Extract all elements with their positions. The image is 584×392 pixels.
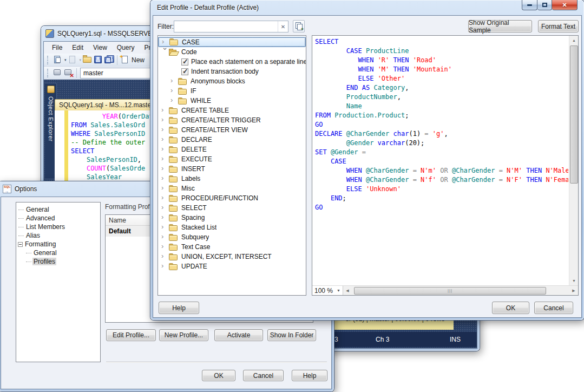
- options-tree-item-list-members[interactable]: List Members: [16, 223, 100, 231]
- expand-arrow-icon[interactable]: ›: [170, 87, 178, 94]
- tree-item-execute[interactable]: ›EXECUTE: [158, 154, 306, 164]
- tree-item-while[interactable]: ›WHILE: [158, 96, 306, 106]
- new-profile-button[interactable]: New Profile...: [159, 329, 208, 341]
- tree-item-union-except-intersect[interactable]: ›UNION, EXCEPT, INTERSECT: [158, 252, 306, 262]
- save-all-icon[interactable]: [104, 55, 114, 64]
- tree-item-create-alter-trigger[interactable]: ›CREATE/ALTER TRIGGER: [158, 115, 306, 125]
- tree-item-code[interactable]: ›Code: [158, 47, 306, 57]
- chevron-down-icon[interactable]: ▾: [64, 58, 67, 62]
- collapse-arrow-icon[interactable]: ›: [161, 48, 169, 55]
- toolbar-grip[interactable]: [47, 56, 49, 64]
- database-combo[interactable]: master: [80, 68, 150, 79]
- scroll-up-icon[interactable]: ▲: [569, 36, 579, 45]
- collapse-minus-icon[interactable]: [18, 242, 23, 247]
- scroll-left-icon[interactable]: ◀: [343, 286, 352, 296]
- menu-view[interactable]: View: [88, 42, 112, 54]
- expand-arrow-icon[interactable]: ›: [161, 145, 169, 153]
- expand-arrow-icon[interactable]: ›: [161, 262, 169, 270]
- tree-item-create-table[interactable]: ›CREATE TABLE: [158, 106, 306, 115]
- tree-item-spacing[interactable]: ›Spacing: [158, 213, 306, 223]
- tree-item-labels[interactable]: ›Labels: [158, 174, 306, 184]
- tree-item-indent-transaction-body[interactable]: Indent transaction body: [158, 67, 306, 76]
- options-tree-item-general[interactable]: General: [16, 205, 100, 214]
- tree-item-misc[interactable]: ›Misc: [158, 184, 306, 193]
- expand-arrow-icon[interactable]: ›: [161, 233, 169, 240]
- tree-item-case[interactable]: ›CASE: [158, 37, 306, 47]
- zoom-level-combo[interactable]: 100 % ▼: [312, 286, 343, 296]
- cancel-button[interactable]: Cancel: [534, 302, 573, 314]
- tree-item-insert[interactable]: ›INSERT: [158, 164, 306, 174]
- tree-item-select[interactable]: ›SELECT: [158, 203, 306, 213]
- ok-button[interactable]: OK: [492, 302, 529, 314]
- menu-edit[interactable]: Edit: [67, 42, 88, 54]
- tree-item-subquery[interactable]: ›Subquery: [158, 232, 306, 242]
- horizontal-scrollbar[interactable]: |||: [352, 286, 569, 296]
- show-original-sample-button[interactable]: Show Original Sample: [468, 20, 532, 32]
- expand-arrow-icon[interactable]: ›: [161, 165, 169, 172]
- expand-arrow-icon[interactable]: ›: [161, 252, 169, 260]
- expand-arrow-icon[interactable]: ›: [161, 106, 169, 114]
- minimize-button[interactable]: [522, 0, 537, 10]
- tree-item-stacked-list[interactable]: ›Stacked List: [158, 223, 306, 232]
- horizontal-scroll-thumb[interactable]: |||: [354, 287, 546, 295]
- tree-item-place-each-statement-on-a-separate-line[interactable]: Place each statement on a separate line: [158, 57, 306, 67]
- menu-file[interactable]: File: [47, 42, 67, 54]
- new-query-icon[interactable]: ✦: [121, 55, 130, 64]
- edit-profile-titlebar[interactable]: Edit Profile - Default Profile (Active): [150, 0, 584, 15]
- edit-profile-button[interactable]: Edit Profile...: [106, 329, 156, 341]
- connect-icon[interactable]: [53, 68, 62, 77]
- expand-arrow-icon[interactable]: ›: [161, 184, 169, 192]
- tree-item-create-alter-view[interactable]: ›CREATE/ALTER VIEW: [158, 125, 306, 135]
- expand-arrow-icon[interactable]: ›: [161, 243, 169, 250]
- tree-item-update[interactable]: ›UPDATE: [158, 262, 306, 271]
- expand-arrow-icon[interactable]: ›: [161, 204, 169, 211]
- tree-item-declare[interactable]: ›DECLARE: [158, 135, 306, 145]
- expand-arrow-icon[interactable]: ›: [161, 174, 169, 182]
- expand-arrow-icon[interactable]: ›: [161, 155, 169, 162]
- menu-query[interactable]: Query: [112, 42, 140, 54]
- help-button[interactable]: Help: [159, 302, 199, 314]
- vertical-scroll-thumb[interactable]: [570, 45, 578, 184]
- show-in-folder-button[interactable]: Show In Folder: [267, 329, 316, 341]
- options-cancel-button[interactable]: Cancel: [243, 370, 284, 381]
- tree-item-text-case[interactable]: ›Text Case: [158, 242, 306, 252]
- maximize-button[interactable]: [537, 0, 552, 10]
- expand-arrow-icon[interactable]: ›: [161, 213, 169, 221]
- expand-arrow-icon[interactable]: ›: [161, 116, 169, 123]
- tree-item-if[interactable]: ›IF: [158, 86, 306, 96]
- tree-item-delete[interactable]: ›DELETE: [158, 145, 306, 154]
- format-text-button[interactable]: Format Text: [538, 20, 579, 32]
- activate-button[interactable]: Activate: [214, 329, 263, 341]
- options-tree-item-formatting[interactable]: Formatting: [16, 240, 100, 249]
- new-query-label[interactable]: New: [132, 56, 145, 64]
- filter-input[interactable]: [174, 21, 278, 32]
- expand-arrow-icon[interactable]: ›: [161, 135, 169, 143]
- copy-profile-button[interactable]: +: [293, 20, 305, 32]
- options-tree-item-general[interactable]: General: [16, 249, 100, 257]
- toolbar-grip[interactable]: [47, 69, 49, 77]
- tree-item-anonymous-blocks[interactable]: ›Anonymous blocks: [158, 76, 306, 86]
- expand-arrow-icon[interactable]: ›: [170, 96, 178, 104]
- scroll-right-icon[interactable]: ▶: [569, 286, 578, 296]
- expand-arrow-icon[interactable]: ›: [161, 126, 169, 133]
- scroll-down-icon[interactable]: ▼: [569, 276, 579, 285]
- clear-filter-icon[interactable]: ✕: [278, 21, 288, 32]
- close-button[interactable]: ✕: [552, 0, 578, 10]
- options-tree-item-alias[interactable]: Alias: [16, 231, 100, 240]
- expand-arrow-icon[interactable]: ›: [170, 77, 178, 84]
- options-help-button[interactable]: Help: [292, 370, 327, 381]
- disconnect-icon[interactable]: ✕: [64, 68, 73, 77]
- expand-arrow-icon[interactable]: ›: [162, 38, 169, 45]
- expand-arrow-icon[interactable]: ›: [161, 223, 169, 231]
- options-tree-item-advanced[interactable]: Advanced: [16, 214, 100, 223]
- expand-arrow-icon[interactable]: ›: [161, 194, 169, 201]
- options-ok-button[interactable]: OK: [202, 370, 235, 381]
- options-tree-item-profiles[interactable]: Profiles: [16, 257, 100, 266]
- vertical-scrollbar[interactable]: ▲ ▼: [569, 36, 578, 285]
- tree-item-procedure-function[interactable]: ›PROCEDURE/FUNCTION: [158, 193, 306, 203]
- open-file-icon[interactable]: [83, 55, 92, 64]
- new-project-icon[interactable]: [53, 55, 62, 64]
- save-icon[interactable]: [94, 55, 103, 64]
- editor-tab[interactable]: SQLQuery1.sql - MS...12.master: [55, 99, 163, 110]
- checkbox-indent-transaction-body[interactable]: [181, 68, 188, 75]
